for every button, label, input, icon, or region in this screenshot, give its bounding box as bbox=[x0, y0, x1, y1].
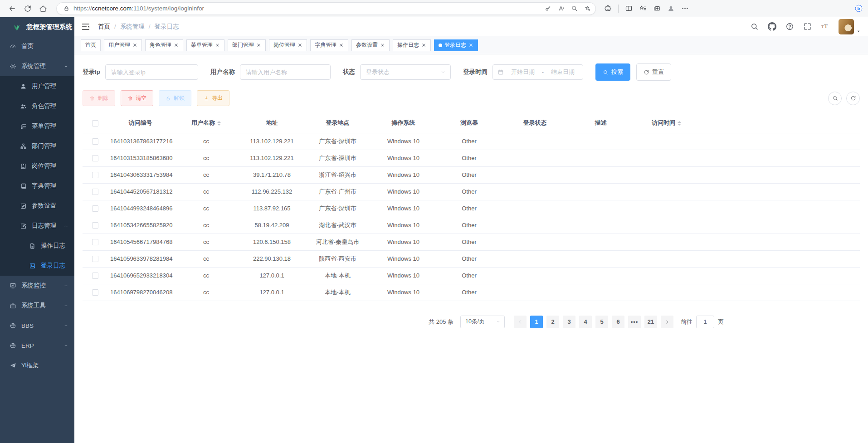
search-button[interactable] bbox=[750, 22, 759, 31]
status-select[interactable]: 登录状态 bbox=[360, 64, 451, 80]
sidebar-item-role-management[interactable]: 角色管理 bbox=[0, 96, 74, 116]
row-checkbox[interactable] bbox=[92, 239, 98, 245]
close-icon[interactable] bbox=[297, 43, 302, 48]
github-button[interactable] bbox=[768, 22, 777, 31]
page-button-5[interactable]: 5 bbox=[595, 316, 608, 328]
sidebar-item-bbs[interactable]: BBS bbox=[0, 316, 74, 336]
ip-filter-input[interactable] bbox=[105, 64, 198, 80]
page-button-6[interactable]: 6 bbox=[612, 316, 624, 328]
close-icon[interactable] bbox=[421, 43, 426, 48]
tab-role-management[interactable]: 角色管理 bbox=[145, 39, 183, 51]
close-icon[interactable] bbox=[256, 43, 261, 48]
sidebar-item-menu-management[interactable]: 菜单管理 bbox=[0, 116, 74, 136]
home-button[interactable] bbox=[36, 2, 50, 15]
url-bar[interactable]: https://ccnetcore.com:1101/system/log/lo… bbox=[56, 2, 596, 15]
sidebar-item-dept-management[interactable]: 部门管理 bbox=[0, 136, 74, 156]
sidebar-item-system-monitor[interactable]: 系统监控 bbox=[0, 276, 74, 296]
close-icon[interactable] bbox=[215, 43, 220, 48]
page-button-2[interactable]: 2 bbox=[546, 316, 559, 328]
sidebar-item-login-log[interactable]: 登录日志 bbox=[0, 256, 74, 276]
row-checkbox[interactable] bbox=[92, 189, 98, 195]
add-favorite-icon[interactable] bbox=[584, 5, 591, 12]
favorites-icon[interactable] bbox=[639, 5, 647, 12]
profile-icon[interactable] bbox=[667, 5, 675, 12]
sidebar-item-yi-framework[interactable]: Yi框架 bbox=[0, 355, 74, 375]
back-arrow-button[interactable] bbox=[5, 2, 19, 15]
unlock-button[interactable]: 解锁 bbox=[159, 90, 191, 106]
reset-button[interactable]: 重置 bbox=[636, 63, 671, 81]
page-button-21[interactable]: 21 bbox=[644, 316, 657, 328]
select-all-checkbox[interactable] bbox=[92, 120, 98, 127]
row-checkbox[interactable] bbox=[92, 222, 98, 229]
close-icon[interactable] bbox=[132, 43, 137, 48]
sidebar-item-log-management[interactable]: 日志管理 bbox=[0, 216, 74, 236]
username-filter-input[interactable] bbox=[240, 64, 331, 80]
zoom-out-icon[interactable] bbox=[571, 5, 578, 12]
sidebar-item-user-management[interactable]: 用户管理 bbox=[0, 76, 74, 96]
tab-post-management[interactable]: 岗位管理 bbox=[269, 39, 307, 51]
row-checkbox[interactable] bbox=[92, 289, 98, 296]
more-icon[interactable] bbox=[681, 5, 689, 12]
row-checkbox[interactable] bbox=[92, 138, 98, 145]
sort-descending-icon[interactable] bbox=[217, 124, 221, 127]
page-button-1[interactable]: 1 bbox=[530, 316, 543, 328]
url-text[interactable]: https://ccnetcore.com:1101/system/log/lo… bbox=[73, 5, 541, 12]
sort-ascending-icon[interactable] bbox=[678, 119, 681, 123]
close-icon[interactable] bbox=[174, 43, 179, 48]
sidebar-collapse-button[interactable] bbox=[81, 22, 91, 32]
close-icon[interactable] bbox=[380, 43, 385, 48]
row-checkbox[interactable] bbox=[92, 273, 98, 279]
app-logo[interactable]: 意框架管理系统 bbox=[0, 17, 74, 36]
sidebar-item-operation-log[interactable]: 操作日志 bbox=[0, 236, 74, 256]
help-button[interactable] bbox=[785, 22, 795, 31]
sidebar-item-dict-management[interactable]: 字典管理 bbox=[0, 176, 74, 196]
goto-page-input[interactable] bbox=[696, 316, 714, 328]
refresh-button[interactable] bbox=[21, 2, 34, 15]
tab-dept-management[interactable]: 部门管理 bbox=[228, 39, 266, 51]
bing-icon[interactable]: b bbox=[855, 5, 863, 12]
read-aloud-icon[interactable] bbox=[558, 5, 565, 12]
font-size-button[interactable]: TT bbox=[821, 22, 830, 31]
sidebar-item-post-management[interactable]: 岗位管理 bbox=[0, 156, 74, 176]
sidebar-item-param-settings[interactable]: 参数设置 bbox=[0, 196, 74, 216]
tab-param-settings[interactable]: 参数设置 bbox=[351, 39, 390, 51]
sidebar-item-system-management[interactable]: 系统管理 bbox=[0, 56, 74, 76]
sort-ascending-icon[interactable] bbox=[217, 119, 221, 123]
avatar[interactable] bbox=[839, 19, 854, 34]
page-size-select[interactable]: 10条/页 bbox=[460, 316, 505, 328]
row-checkbox[interactable] bbox=[92, 256, 98, 262]
sidebar-item-home[interactable]: 首页 bbox=[0, 36, 74, 56]
breadcrumb-item[interactable]: 首页 bbox=[98, 23, 110, 31]
sidebar-item-system-tools[interactable]: 系统工具 bbox=[0, 296, 74, 316]
row-checkbox[interactable] bbox=[92, 172, 98, 178]
collections-icon[interactable] bbox=[653, 5, 661, 12]
sort-descending-icon[interactable] bbox=[678, 124, 681, 127]
fullscreen-button[interactable] bbox=[803, 22, 812, 31]
export-button[interactable]: 导出 bbox=[197, 90, 229, 106]
clear-button[interactable]: 清空 bbox=[121, 90, 153, 106]
toggle-search-button[interactable] bbox=[828, 92, 842, 105]
user-menu[interactable] bbox=[839, 19, 861, 34]
close-icon[interactable] bbox=[339, 43, 344, 48]
sidebar-item-erp[interactable]: ERP bbox=[0, 336, 74, 355]
split-screen-icon[interactable] bbox=[625, 5, 633, 12]
tab-home[interactable]: 首页 bbox=[81, 39, 101, 51]
page-button-4[interactable]: 4 bbox=[579, 316, 592, 328]
delete-button[interactable]: 删除 bbox=[83, 90, 115, 106]
next-page-button[interactable] bbox=[661, 316, 673, 328]
tab-operation-log[interactable]: 操作日志 bbox=[393, 39, 431, 51]
column-header-time[interactable]: 访问时间 bbox=[634, 113, 699, 133]
row-checkbox[interactable] bbox=[92, 155, 98, 161]
page-button-3[interactable]: 3 bbox=[563, 316, 575, 328]
sort-carets[interactable] bbox=[678, 119, 681, 127]
tab-dict-management[interactable]: 字典管理 bbox=[310, 39, 348, 51]
search-button[interactable]: 搜索 bbox=[595, 63, 630, 81]
row-checkbox[interactable] bbox=[92, 205, 98, 212]
tab-login-log[interactable]: 登录日志 bbox=[434, 39, 478, 51]
tab-menu-management[interactable]: 菜单管理 bbox=[186, 39, 224, 51]
date-range-picker[interactable]: 开始日期 - 结束日期 bbox=[493, 64, 583, 80]
extensions-icon[interactable] bbox=[604, 5, 612, 12]
previous-page-button[interactable] bbox=[514, 316, 527, 328]
pages-ellipsis[interactable]: ••• bbox=[628, 316, 641, 328]
tab-user-management[interactable]: 用户管理 bbox=[104, 39, 142, 51]
